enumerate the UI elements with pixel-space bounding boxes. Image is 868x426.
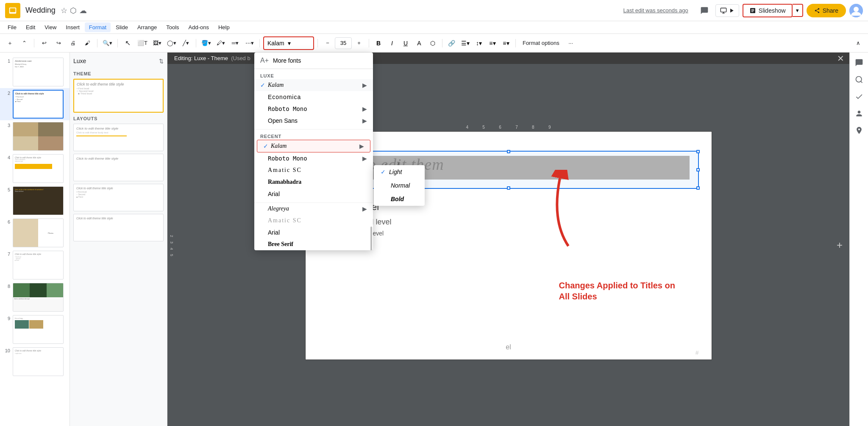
highlight-button[interactable]: ⬡: [427, 37, 439, 49]
font-item-economica[interactable]: ✓ Economica: [254, 91, 373, 103]
submenu-bold[interactable]: Bold: [374, 192, 425, 206]
handle-br[interactable]: [696, 186, 700, 190]
border-weight-button[interactable]: ═▾: [229, 37, 242, 50]
menu-file[interactable]: File: [3, 22, 21, 32]
slideshow-dropdown-arrow[interactable]: ▾: [793, 4, 803, 17]
menu-insert[interactable]: Insert: [61, 22, 84, 32]
toolbar-expand-button[interactable]: ⌃: [18, 37, 31, 50]
font-item-roboto-mono-recent[interactable]: ✓ Roboto Mono ▶: [254, 152, 373, 164]
font-item-kalam-luxe[interactable]: ✓ Kalam ▶: [254, 79, 373, 91]
slide-thumb-10[interactable]: 10 Click to edit theme title style • bul…: [0, 346, 70, 378]
menu-format[interactable]: Format: [85, 22, 111, 32]
zoom-button[interactable]: 🔍▾: [101, 37, 114, 50]
add-slide-button[interactable]: +: [837, 239, 843, 251]
slideshow-button[interactable]: Slideshow: [743, 4, 793, 17]
redo-button[interactable]: ↪: [52, 37, 65, 50]
font-color-button[interactable]: A: [413, 37, 425, 49]
layout-thumb-1[interactable]: Click to edit theme title style Click to…: [73, 124, 164, 151]
dropdown-scrollbar[interactable]: [370, 227, 372, 250]
ordered-list-button[interactable]: ≡▾: [487, 37, 498, 49]
slide-thumb-4[interactable]: 4 Click to edit theme title style Click …: [0, 152, 70, 185]
theme-thumbnail[interactable]: Click to edit theme title style • First …: [73, 79, 164, 113]
font-item-bree-serif[interactable]: ✓ Bree Serif: [254, 238, 373, 250]
font-size-input[interactable]: 35: [335, 37, 352, 49]
line-spacing-button[interactable]: ↕▾: [473, 37, 485, 49]
line-button[interactable]: ╱▾: [180, 37, 192, 50]
sidebar-person-icon[interactable]: [852, 107, 866, 120]
sidebar-map-icon[interactable]: [852, 124, 866, 137]
paintformat-button[interactable]: 🖌: [81, 37, 94, 50]
toolbar-add-button[interactable]: ＋: [3, 37, 16, 50]
font-item-amatic-sc[interactable]: ✓ Amatic SC: [254, 164, 373, 176]
bold-button[interactable]: B: [373, 37, 384, 49]
theme-panel-arrows[interactable]: ⇅: [159, 58, 164, 64]
slide-thumb-6[interactable]: 6 Photos: [0, 217, 70, 249]
font-item-ramabhadra[interactable]: ✓ Ramabhadra: [254, 176, 373, 188]
underline-button[interactable]: U: [400, 37, 412, 49]
more-fonts-item[interactable]: A+ More fonts: [254, 53, 373, 69]
print-button[interactable]: 🖨: [67, 37, 79, 50]
slide-thumb-8[interactable]: 8 Click to edit theme title style: [0, 281, 70, 313]
submenu-light[interactable]: ✓ Light: [374, 165, 425, 179]
border-dash-button[interactable]: ⋯▾: [243, 37, 256, 50]
font-size-increase[interactable]: +: [353, 37, 365, 50]
slide-thumb-9[interactable]: 9 It is a long...: [0, 313, 70, 346]
font-item-arial-all[interactable]: ✓ Arial: [254, 227, 373, 238]
slide-thumb-7[interactable]: 7 Click to edit theme title style • Firs…: [0, 249, 70, 281]
font-selector[interactable]: Kalam ▾: [263, 36, 314, 50]
font-item-open-sans[interactable]: ✓ Open Sans ▶: [254, 115, 373, 127]
sidebar-chat-icon[interactable]: [852, 56, 866, 69]
menu-arrange[interactable]: Arrange: [133, 22, 161, 32]
menu-view[interactable]: View: [40, 22, 61, 32]
font-size-decrease[interactable]: −: [321, 37, 334, 50]
font-item-kalam-recent[interactable]: ✓ Kalam ▶: [257, 140, 370, 152]
share-button[interactable]: Share: [807, 4, 846, 17]
handle-tm[interactable]: [507, 150, 510, 153]
layout-thumb-4[interactable]: Click to edit theme title style: [73, 214, 164, 241]
collapse-panel-button[interactable]: ∧: [852, 37, 865, 50]
italic-button[interactable]: I: [386, 37, 398, 49]
slide-img-7: Click to edit theme title style • First …: [13, 251, 64, 279]
user-avatar[interactable]: [849, 4, 863, 17]
unordered-list-button[interactable]: ≡▾: [500, 37, 512, 49]
menu-slide[interactable]: Slide: [111, 22, 132, 32]
menu-addons[interactable]: Add-ons: [184, 22, 213, 32]
sidebar-explore-icon[interactable]: [852, 73, 866, 86]
close-theme-editor[interactable]: ✕: [837, 53, 844, 64]
menu-help[interactable]: Help: [214, 22, 234, 32]
slide-thumb-2[interactable]: 2 Click to edit theme title style • Firs…: [0, 88, 70, 120]
font-item-roboto-mono-luxe[interactable]: ✓ Roboto Mono ▶: [254, 103, 373, 115]
app-icon[interactable]: [5, 3, 20, 18]
image-button[interactable]: 🖼▾: [151, 37, 164, 50]
slide-thumb-1[interactable]: 1 Ambrosia san Wendy & GerryOct 7, 2022: [0, 56, 70, 88]
align-button[interactable]: ☰▾: [459, 37, 471, 49]
layout-thumb-3[interactable]: Click to edit theme title style • First …: [73, 184, 164, 211]
slide-thumb-3[interactable]: 3: [0, 120, 70, 152]
border-color-button[interactable]: 🖊▾: [214, 37, 227, 50]
handle-mr[interactable]: [696, 168, 700, 172]
slide-thumb-5[interactable]: 5 Join us for a fun weekend of activitie…: [0, 185, 70, 217]
cursor-button[interactable]: ↖: [121, 37, 134, 50]
undo-button[interactable]: ↩: [38, 37, 50, 50]
submenu-normal[interactable]: Normal: [374, 179, 425, 192]
menu-tools[interactable]: Tools: [162, 22, 183, 32]
textbox-button[interactable]: ⬜T: [136, 37, 149, 50]
shape-button[interactable]: ◯▾: [165, 37, 178, 50]
folder-icon[interactable]: ⬡: [70, 6, 77, 15]
format-options-button[interactable]: Format options: [519, 37, 563, 50]
sidebar-check-icon[interactable]: [852, 90, 866, 103]
present-button[interactable]: [715, 4, 739, 17]
background-color-button[interactable]: 🪣▾: [200, 37, 213, 50]
link-button[interactable]: 🔗: [446, 37, 458, 49]
menu-edit[interactable]: Edit: [22, 22, 39, 32]
layout-thumb-2[interactable]: Click to edit theme title style: [73, 154, 164, 181]
font-item-amatic-all[interactable]: ✓ Amatic SC: [254, 215, 373, 227]
handle-tr[interactable]: [696, 150, 700, 153]
comments-button[interactable]: [697, 3, 712, 18]
star-icon[interactable]: ☆: [61, 6, 67, 15]
cloud-icon[interactable]: ☁: [79, 6, 87, 15]
more-options-button[interactable]: ···: [565, 37, 577, 50]
font-item-arial-recent[interactable]: ✓ Arial: [254, 188, 373, 200]
handle-bm[interactable]: [507, 186, 510, 190]
font-item-alegreya[interactable]: ✓ Alegreya ▶: [254, 203, 373, 215]
